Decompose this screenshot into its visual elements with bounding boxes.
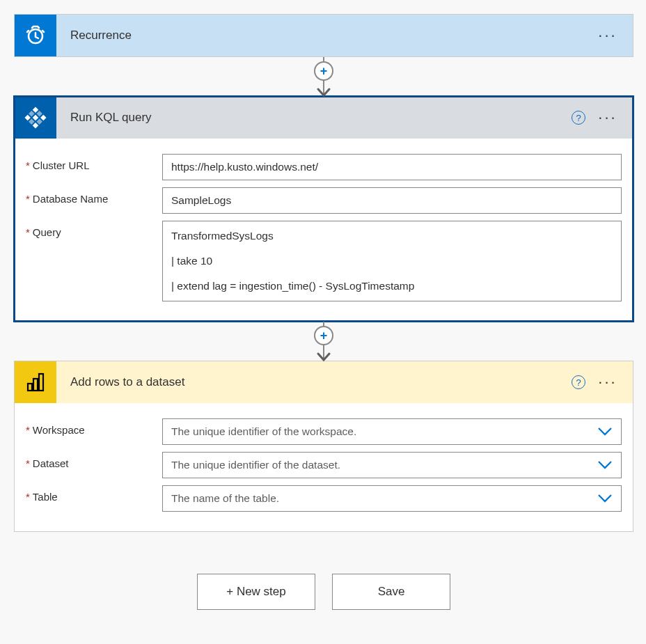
field-table: *Table The name of the table. [26,485,622,512]
svg-rect-4 [29,111,34,116]
query-line: | take 10 [171,252,613,270]
field-label: *Database Name [26,187,162,205]
svg-rect-7 [24,115,30,120]
query-line: | extend lag = ingestion_time() - SysLog… [171,277,613,295]
chevron-down-icon [597,494,613,503]
query-line: TransformedSysLogs [171,227,613,245]
field-label: *Query [26,221,162,238]
workspace-select[interactable]: The unique identifier of the workspace. [162,418,622,445]
new-step-button[interactable]: + New step [197,574,315,610]
data-explorer-icon [15,97,56,139]
step-body: *Workspace The unique identifier of the … [15,403,633,531]
svg-rect-1 [33,107,38,112]
arrow-down-icon [317,88,331,97]
step-title: Add rows to a dataset [56,375,572,389]
flow-designer: Recurrence ··· + [14,14,633,610]
placeholder-text: The unique identifier of the workspace. [171,425,356,438]
step-body: *Cluster URL https://help.kusto.windows.… [15,139,633,321]
clock-icon [15,15,56,56]
svg-rect-12 [39,374,43,391]
help-button[interactable]: ? [572,375,585,389]
arrow-down-icon [317,352,331,362]
footer-actions: + New step Save [14,574,633,610]
save-button[interactable]: Save [332,574,450,610]
placeholder-text: The unique identifier of the dataset. [171,459,340,471]
dots-icon: ··· [598,115,617,120]
field-database-name: *Database Name SampleLogs [26,187,622,214]
svg-rect-2 [36,111,42,116]
database-name-input[interactable]: SampleLogs [162,187,622,214]
chevron-down-icon [597,460,613,470]
field-workspace: *Workspace The unique identifier of the … [26,418,622,445]
chart-icon [15,361,56,403]
step-header[interactable]: Add rows to a dataset ? ··· [15,361,633,403]
field-cluster-url: *Cluster URL https://help.kusto.windows.… [26,154,622,180]
svg-rect-11 [33,379,38,391]
step-header[interactable]: Recurrence ··· [15,15,633,56]
add-step-button[interactable]: + [314,326,333,345]
svg-rect-6 [36,118,42,124]
chevron-down-icon [597,427,613,437]
svg-rect-3 [40,115,46,120]
table-select[interactable]: The name of the table. [162,485,622,512]
field-label: *Workspace [26,418,162,436]
field-label: *Cluster URL [26,154,162,171]
step-run-kql-query[interactable]: Run KQL query ? ··· *Cluster URL https:/… [14,96,633,322]
connector: + [14,57,633,96]
svg-rect-10 [28,384,32,391]
more-menu-button[interactable]: ··· [597,371,619,393]
svg-rect-8 [29,118,34,124]
field-dataset: *Dataset The unique identifier of the da… [26,452,622,478]
help-button[interactable]: ? [572,111,585,125]
step-title: Run KQL query [56,111,572,125]
step-header[interactable]: Run KQL query ? ··· [15,97,633,139]
cluster-url-input[interactable]: https://help.kusto.windows.net/ [162,154,622,180]
field-label: *Dataset [26,452,162,469]
dots-icon: ··· [598,379,617,385]
add-step-button[interactable]: + [314,61,333,81]
more-menu-button[interactable]: ··· [597,107,619,129]
placeholder-text: The name of the table. [171,492,279,505]
step-title: Recurrence [56,29,597,42]
svg-rect-9 [33,123,38,128]
field-query: *Query TransformedSysLogs | take 10 | ex… [26,221,622,301]
connector: + [14,322,633,361]
dataset-select[interactable]: The unique identifier of the dataset. [162,452,622,478]
svg-rect-5 [33,115,38,120]
dots-icon: ··· [598,33,617,38]
more-menu-button[interactable]: ··· [597,24,619,47]
field-label: *Table [26,485,162,503]
query-input[interactable]: TransformedSysLogs | take 10 | extend la… [162,221,622,301]
step-add-rows-to-dataset[interactable]: Add rows to a dataset ? ··· *Workspace T… [14,361,633,532]
step-recurrence[interactable]: Recurrence ··· [14,14,633,57]
